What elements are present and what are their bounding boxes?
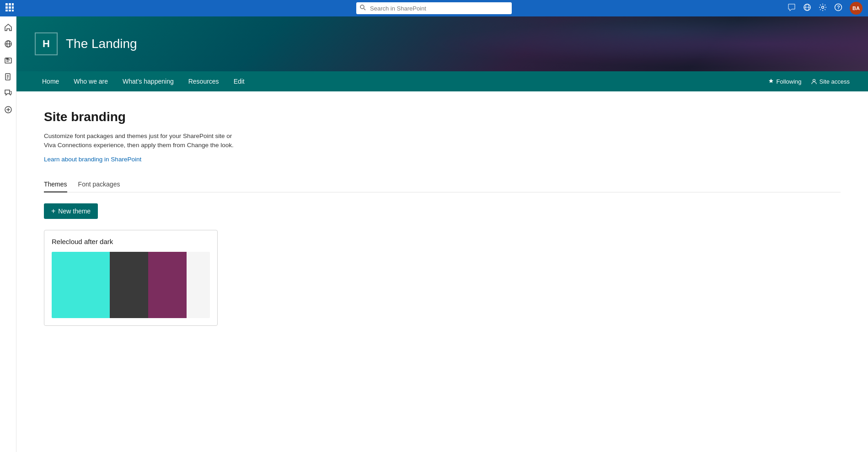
theme-color-1 [52, 252, 110, 318]
svg-rect-3 [5, 6, 8, 9]
search-input[interactable] [356, 2, 512, 14]
top-bar-right: ? BA [788, 2, 863, 15]
following-label: Following [777, 78, 802, 85]
nav-item-home[interactable]: Home [35, 71, 66, 91]
search-container [356, 2, 512, 14]
sidebar-add-icon[interactable] [1, 102, 16, 117]
layout: H The Landing Home Who we are What's hap… [0, 16, 868, 452]
sidebar-pages-icon[interactable] [1, 69, 16, 84]
theme-color-4 [187, 252, 210, 318]
sidebar-news-icon[interactable] [1, 53, 16, 68]
svg-rect-4 [9, 6, 11, 9]
following-button[interactable]: Following [768, 78, 802, 85]
svg-rect-8 [12, 10, 14, 11]
nav-left: Home Who we are What's happening Resourc… [35, 71, 252, 91]
site-title: The Landing [66, 37, 137, 51]
waffle-icon[interactable] [5, 3, 14, 14]
site-header: H The Landing [16, 16, 868, 71]
svg-rect-0 [5, 3, 8, 5]
nav-item-edit[interactable]: Edit [226, 71, 252, 91]
nav-right: Following Site access [768, 78, 850, 85]
help-icon[interactable]: ? [834, 3, 842, 13]
svg-line-10 [364, 9, 366, 11]
site-logo: H [35, 32, 58, 55]
settings-icon[interactable] [819, 3, 827, 13]
sidebar-conversations-icon[interactable] [1, 86, 16, 101]
content-area: Site branding Customize font packages an… [16, 91, 868, 452]
svg-rect-7 [9, 10, 11, 11]
search-icon [360, 5, 366, 12]
theme-card-title: Relecloud after dark [52, 238, 210, 245]
left-sidebar [0, 16, 16, 452]
nav-item-who-we-are[interactable]: Who we are [66, 71, 115, 91]
top-bar: ? BA [0, 0, 868, 16]
theme-card: Relecloud after dark [44, 230, 218, 326]
nav-item-resources[interactable]: Resources [181, 71, 226, 91]
nav-item-whats-happening[interactable]: What's happening [115, 71, 181, 91]
theme-colors [52, 252, 210, 318]
tabs: Themes Font packages [44, 177, 841, 192]
new-theme-label: New theme [58, 207, 91, 215]
top-bar-left [5, 3, 14, 14]
plus-icon: + [51, 207, 55, 215]
main-wrapper: H The Landing Home Who we are What's hap… [16, 16, 868, 452]
page-title: Site branding [44, 110, 841, 124]
learn-link[interactable]: Learn about branding in SharePoint [44, 156, 141, 163]
theme-color-2 [110, 252, 148, 318]
site-access-button[interactable]: Site access [811, 78, 850, 85]
theme-color-3 [148, 252, 187, 318]
svg-rect-2 [12, 3, 14, 5]
page-description: Customize font packages and themes just … [44, 132, 236, 150]
nav-bar: Home Who we are What's happening Resourc… [16, 71, 868, 91]
tab-themes[interactable]: Themes [44, 177, 67, 192]
svg-text:?: ? [837, 5, 840, 10]
svg-rect-6 [5, 10, 8, 11]
network-icon[interactable] [803, 3, 811, 13]
avatar[interactable]: BA [850, 2, 863, 15]
comment-icon[interactable] [788, 3, 796, 13]
new-theme-button[interactable]: + New theme [44, 203, 98, 219]
svg-rect-5 [12, 6, 14, 9]
svg-rect-1 [9, 3, 11, 5]
sidebar-globe-icon[interactable] [1, 37, 16, 51]
svg-point-31 [813, 80, 815, 82]
svg-rect-23 [6, 58, 8, 59]
sidebar-home-icon[interactable] [1, 20, 16, 35]
tab-font-packages[interactable]: Font packages [78, 177, 120, 192]
svg-point-14 [822, 6, 824, 9]
site-access-label: Site access [820, 78, 850, 85]
svg-point-9 [360, 5, 364, 9]
